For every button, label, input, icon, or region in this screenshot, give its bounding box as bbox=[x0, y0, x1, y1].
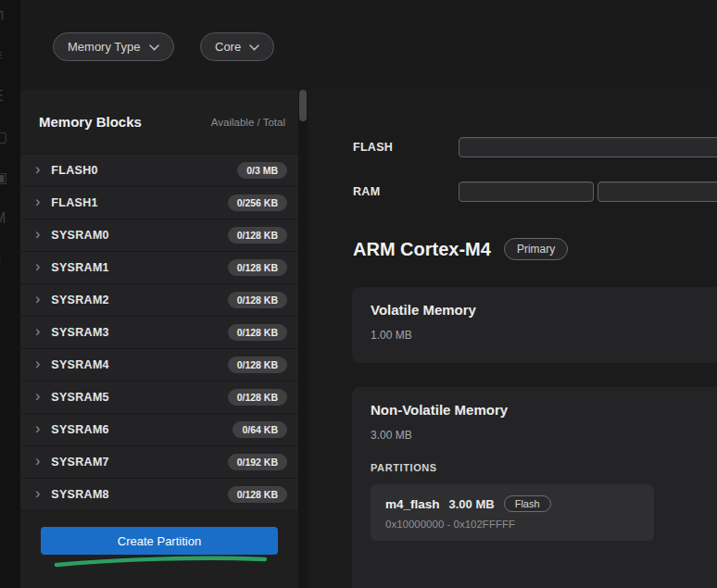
memory-block-list: › FLASH0 0/3 MB › FLASH1 0/256 KB › SYSR… bbox=[20, 154, 298, 511]
partition-type-badge: Flash bbox=[504, 495, 551, 512]
chevron-right-icon: › bbox=[35, 454, 40, 469]
memory-block-row[interactable]: › SYSRAM1 0/128 KB bbox=[20, 252, 298, 284]
memory-block-size-badge: 0/128 KB bbox=[228, 259, 287, 276]
memory-block-size-badge: 0/3 MB bbox=[237, 162, 287, 179]
memory-block-size-badge: 0/128 KB bbox=[228, 357, 287, 373]
panel-title: Memory Blocks bbox=[39, 114, 142, 130]
memory-block-name: SYSRAM1 bbox=[51, 261, 109, 274]
chevron-down-icon bbox=[249, 40, 259, 54]
rail-icon[interactable]: M bbox=[0, 207, 16, 229]
nonvolatile-memory-card: Non-Volatile Memory 3.00 MB PARTITIONS m… bbox=[352, 387, 717, 588]
primary-badge: Primary bbox=[504, 238, 568, 260]
memory-block-name: SYSRAM5 bbox=[51, 391, 109, 404]
rail-icon[interactable]: ▯ bbox=[0, 248, 16, 269]
partition-list: m4_flash 3.00 MB Flash 0x10000000 - 0x10… bbox=[371, 484, 706, 541]
memory-block-name: SYSRAM7 bbox=[51, 456, 109, 469]
flash-label: FLASH bbox=[353, 141, 459, 154]
nonvolatile-memory-size: 3.00 MB bbox=[371, 429, 706, 442]
chevron-right-icon: › bbox=[35, 162, 40, 177]
memory-block-size-badge: 0/192 KB bbox=[228, 454, 287, 470]
memory-block-size-badge: 0/128 KB bbox=[228, 486, 287, 503]
volatile-memory-title: Volatile Memory bbox=[371, 302, 706, 318]
scrollbar-thumb[interactable] bbox=[299, 90, 307, 121]
create-partition-button[interactable]: Create Partition bbox=[41, 527, 278, 555]
memory-block-row[interactable]: › SYSRAM6 0/64 KB bbox=[20, 414, 298, 446]
memory-block-row[interactable]: › FLASH1 0/256 KB bbox=[20, 187, 298, 219]
memory-block-size-badge: 0/128 KB bbox=[228, 389, 287, 406]
rail-icon[interactable]: ≡ bbox=[0, 44, 16, 66]
partition-size: 3.00 MB bbox=[449, 497, 495, 511]
left-icon-rail: ↰ ≡ E ▢ ▣ M ▯ › ‹ bbox=[0, 0, 20, 588]
available-total-label: Available / Total bbox=[211, 117, 285, 128]
memory-block-size-badge: 0/128 KB bbox=[228, 227, 287, 244]
memory-type-dropdown-label: Memory Type bbox=[68, 40, 141, 54]
rail-icon[interactable]: › bbox=[0, 289, 16, 310]
partition-card[interactable]: m4_flash 3.00 MB Flash 0x10000000 - 0x10… bbox=[371, 484, 654, 541]
rail-icon[interactable]: ▣ bbox=[0, 167, 16, 188]
rail-icon[interactable]: ↰ bbox=[0, 4, 16, 25]
memory-type-dropdown[interactable]: Memory Type bbox=[53, 32, 174, 61]
chevron-right-icon: › bbox=[35, 389, 40, 404]
core-dropdown[interactable]: Core bbox=[200, 32, 274, 61]
memory-blocks-panel: Memory Blocks Available / Total › FLASH0… bbox=[20, 90, 298, 588]
partition-name: m4_flash bbox=[385, 497, 440, 511]
ram-usage-row: RAM bbox=[353, 181, 717, 203]
core-title: ARM Cortex-M4 bbox=[353, 239, 491, 260]
filter-toolbar: Memory Type Core bbox=[20, 0, 717, 90]
memory-block-row[interactable]: › SYSRAM0 0/128 KB bbox=[20, 219, 298, 252]
memory-block-row[interactable]: › SYSRAM5 0/128 KB bbox=[20, 382, 298, 414]
app-window: ↰ ≡ E ▢ ▣ M ▯ › ‹ Memory Type Core bbox=[0, 0, 717, 588]
memory-block-size-badge: 0/128 KB bbox=[228, 292, 287, 308]
rail-icon[interactable]: E bbox=[0, 85, 16, 106]
chevron-right-icon: › bbox=[35, 292, 40, 307]
memory-block-name: SYSRAM2 bbox=[51, 294, 109, 307]
chevron-right-icon: › bbox=[35, 194, 40, 209]
memory-block-name: SYSRAM0 bbox=[51, 229, 109, 242]
partition-address-range: 0x10000000 - 0x102FFFFF bbox=[385, 519, 639, 530]
memory-block-size-badge: 0/256 KB bbox=[228, 194, 287, 211]
memory-block-name: SYSRAM8 bbox=[51, 488, 109, 501]
memory-block-size-badge: 0/64 KB bbox=[233, 421, 287, 438]
rail-icon[interactable]: ‹ bbox=[0, 330, 16, 351]
scrollbar[interactable] bbox=[298, 90, 308, 588]
rail-icon[interactable]: ▢ bbox=[0, 126, 16, 147]
ram-usage-bar-segment-1 bbox=[459, 181, 594, 202]
partitions-section-label: PARTITIONS bbox=[371, 462, 706, 473]
core-detail-panel: FLASH RAM ARM Cortex-M4 Primary Volatile… bbox=[308, 90, 717, 588]
memory-block-row[interactable]: › SYSRAM2 0/128 KB bbox=[20, 284, 298, 317]
memory-block-row[interactable]: › SYSRAM4 0/128 KB bbox=[20, 349, 298, 382]
nonvolatile-memory-title: Non-Volatile Memory bbox=[371, 402, 706, 418]
memory-block-row[interactable]: › SYSRAM7 0/192 KB bbox=[20, 446, 298, 479]
ram-label: RAM bbox=[353, 185, 459, 198]
memory-block-name: SYSRAM4 bbox=[51, 358, 109, 371]
memory-block-name: SYSRAM6 bbox=[51, 423, 109, 436]
chevron-right-icon: › bbox=[35, 357, 40, 371]
memory-block-row[interactable]: › SYSRAM8 0/128 KB bbox=[20, 479, 298, 511]
memory-block-name: FLASH0 bbox=[51, 164, 97, 177]
chevron-right-icon: › bbox=[35, 486, 40, 501]
memory-block-name: FLASH1 bbox=[51, 196, 97, 209]
memory-block-size-badge: 0/128 KB bbox=[228, 324, 287, 341]
memory-block-row[interactable]: › FLASH0 0/3 MB bbox=[20, 155, 298, 187]
memory-blocks-header: Memory Blocks Available / Total bbox=[20, 90, 298, 154]
memory-block-row[interactable]: › SYSRAM3 0/128 KB bbox=[20, 317, 298, 349]
core-heading: ARM Cortex-M4 Primary bbox=[353, 238, 568, 260]
chevron-right-icon: › bbox=[35, 259, 40, 274]
chevron-down-icon bbox=[149, 40, 159, 54]
volatile-memory-card: Volatile Memory 1.00 MB bbox=[352, 287, 717, 363]
partition-header: m4_flash 3.00 MB Flash bbox=[385, 495, 639, 512]
memory-block-name: SYSRAM3 bbox=[51, 326, 109, 339]
volatile-memory-size: 1.00 MB bbox=[371, 329, 706, 342]
core-dropdown-label: Core bbox=[215, 40, 241, 54]
chevron-right-icon: › bbox=[35, 227, 40, 242]
ram-usage-bar-segment-2 bbox=[598, 181, 717, 202]
green-underline-annotation bbox=[52, 556, 270, 569]
chevron-right-icon: › bbox=[35, 421, 40, 436]
chevron-right-icon: › bbox=[35, 324, 40, 339]
flash-usage-row: FLASH bbox=[353, 136, 717, 158]
flash-usage-bar bbox=[459, 137, 717, 157]
